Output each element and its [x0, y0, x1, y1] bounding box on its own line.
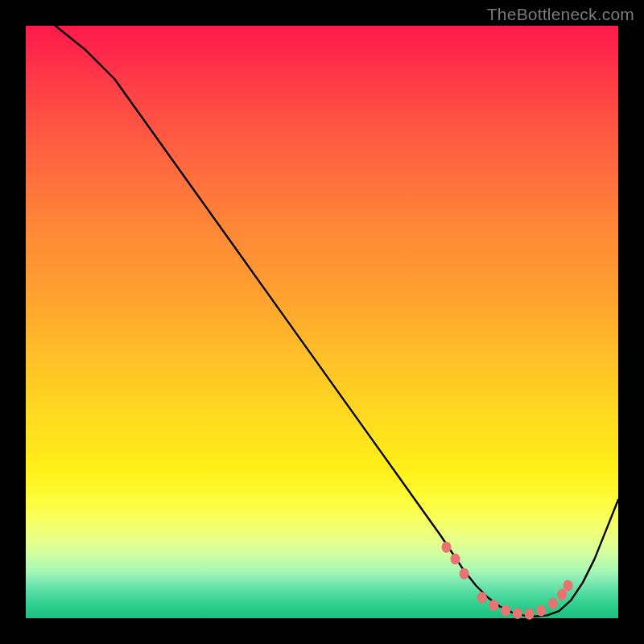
plot-area [26, 26, 618, 618]
marker-dot [563, 580, 572, 592]
chart-frame: TheBottleneck.com [0, 0, 644, 644]
chart-svg [26, 26, 618, 618]
marker-dot [477, 592, 487, 603]
marker-dot [525, 609, 535, 620]
bottleneck-curve [56, 26, 618, 617]
highlight-markers [442, 542, 573, 620]
marker-dot [460, 568, 469, 580]
marker-dot [501, 605, 510, 616]
marker-dot [548, 598, 558, 609]
marker-dot [557, 589, 567, 601]
marker-dot [451, 553, 460, 564]
marker-dot [442, 542, 452, 553]
marker-dot [489, 600, 498, 611]
watermark-text: TheBottleneck.com [487, 5, 634, 24]
marker-dot [513, 608, 522, 619]
marker-dot [536, 605, 546, 616]
